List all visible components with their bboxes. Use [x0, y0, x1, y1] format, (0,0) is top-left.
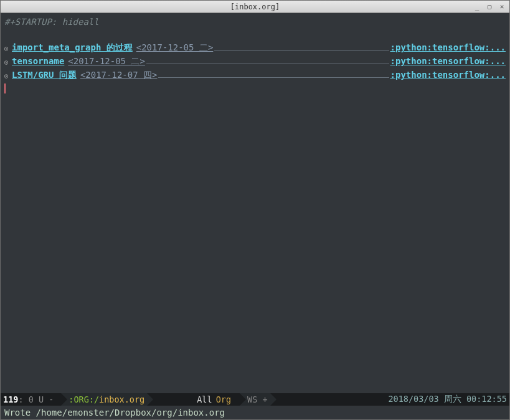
heading-spacer — [214, 50, 389, 50]
heading-row[interactable]: ◎ import_meta_graph 的过程 <2017-12-05 二> :… — [4, 41, 506, 55]
titlebar[interactable]: [inbox.org] _ ▢ ✕ — [1, 1, 509, 13]
heading-tags: :python:tensorflow:... — [390, 41, 506, 54]
heading-spacer — [158, 77, 389, 78]
bullet-icon: ◎ — [4, 70, 8, 82]
bullet-icon: ◎ — [4, 56, 8, 69]
echo-area: Wrote /home/emonster/Dropbox/org/inbox.o… — [1, 406, 509, 419]
heading-row[interactable]: ◎ tensorname <2017-12-05 二> :python:tens… — [4, 55, 506, 69]
window-title: [inbox.org] — [230, 2, 280, 11]
bullet-icon: ◎ — [4, 42, 8, 55]
modeline-col-status: : 0 U - — [18, 394, 54, 404]
modeline-buffer-name: inbox.org — [99, 394, 144, 404]
heading-tags: :python:tensorflow:... — [390, 55, 506, 68]
heading-date: <2017-12-07 四> — [80, 69, 158, 82]
modeline-line-number: 119 — [3, 394, 18, 404]
modeline-position: All — [197, 394, 212, 404]
modeline-ws: WS + — [247, 394, 268, 404]
text-cursor — [4, 84, 6, 93]
window-frame: [inbox.org] _ ▢ ✕ #+STARTUP: hideall ◎ i… — [0, 0, 510, 420]
heading-title: LSTM/GRU 问题 — [12, 69, 77, 82]
startup-directive: #+STARTUP: hideall — [4, 16, 506, 29]
minimize-button[interactable]: _ — [472, 2, 482, 11]
modeline-datetime: 2018/03/03 周六 00:12:55 — [388, 394, 507, 405]
window-controls: _ ▢ ✕ — [472, 2, 507, 11]
modeline[interactable]: 119 : 0 U - :ORG:/ inbox.org All Org WS … — [1, 393, 509, 406]
modeline-ws-segment: WS + — [240, 393, 270, 406]
modeline-major-mode: Org — [216, 394, 231, 404]
modeline-mode-prefix: :ORG:/ — [68, 394, 99, 404]
heading-date: <2017-12-05 二> — [68, 55, 145, 68]
heading-tags: :python:tensorflow:... — [390, 69, 506, 82]
heading-row[interactable]: ◎ LSTM/GRU 问题 <2017-12-07 四> :python:ten… — [4, 69, 506, 82]
close-button[interactable]: ✕ — [497, 2, 507, 11]
editor-area[interactable]: #+STARTUP: hideall ◎ import_meta_graph 的… — [1, 13, 509, 393]
heading-title: tensorname — [12, 55, 64, 68]
maximize-button[interactable]: ▢ — [484, 2, 494, 11]
org-headings: ◎ import_meta_graph 的过程 <2017-12-05 二> :… — [4, 41, 506, 95]
heading-spacer — [146, 64, 389, 64]
echo-message: Wrote /home/emonster/Dropbox/org/inbox.o… — [4, 408, 225, 418]
heading-date: <2017-12-05 二> — [136, 41, 214, 54]
heading-title: import_meta_graph 的过程 — [12, 41, 133, 54]
modeline-buffer-segment: :ORG:/ inbox.org — [61, 393, 147, 406]
